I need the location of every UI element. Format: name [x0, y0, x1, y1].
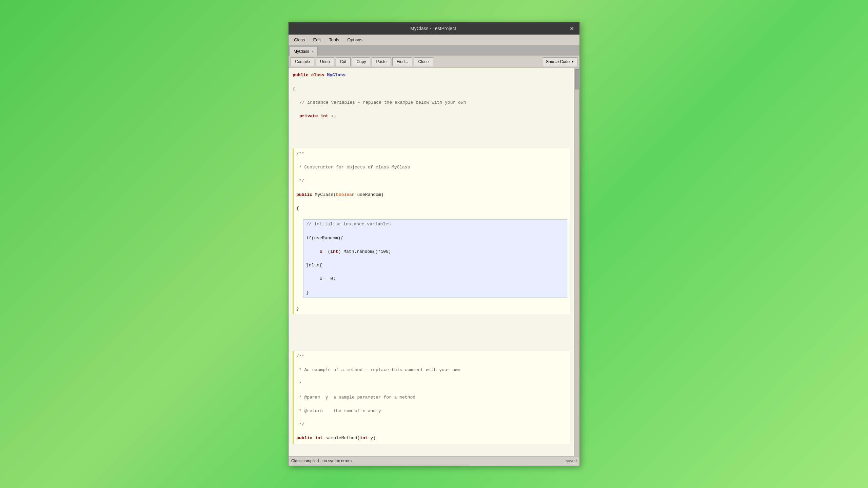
constructor-block: /** * Constructor for objects of class M… [293, 148, 570, 314]
compile-button[interactable]: Compile [291, 57, 314, 66]
code-editor[interactable]: public class MyClass { // instance varia… [289, 70, 574, 453]
code-container: public class MyClass { // instance varia… [289, 68, 579, 456]
statusbar: Class compiled - no syntax errors saved [289, 456, 579, 466]
tab-close-button[interactable]: × [311, 49, 314, 54]
tab-myclass[interactable]: MyClass × [290, 47, 318, 56]
copy-button[interactable]: Copy [352, 57, 370, 66]
dropdown-label: Source Code [546, 59, 570, 64]
close-button[interactable]: Close [414, 57, 433, 66]
method-block: /** * An example of a method - replace t… [293, 351, 570, 444]
status-text: Class compiled - no syntax errors [291, 459, 352, 463]
menubar: Class Edit Tools Options [289, 35, 579, 45]
dropdown-arrow-icon: ▼ [571, 60, 574, 63]
scrollbar-thumb[interactable] [575, 69, 579, 89]
toolbar: Compile Undo Cut Copy Paste Find... Clos… [289, 56, 579, 68]
window-close-button[interactable]: ✕ [568, 25, 576, 33]
tab-label: MyClass [294, 49, 309, 54]
menu-options[interactable]: Options [343, 36, 367, 44]
source-code-dropdown[interactable]: Source Code ▼ [543, 57, 577, 66]
window-title: MyClass - TestProject [299, 26, 568, 31]
menu-edit[interactable]: Edit [309, 36, 325, 44]
paste-button[interactable]: Paste [372, 57, 391, 66]
tabbar: MyClass × [289, 45, 579, 56]
menu-class[interactable]: Class [290, 36, 309, 44]
saved-indicator: saved [566, 459, 577, 463]
menu-tools[interactable]: Tools [325, 36, 343, 44]
code-scroll-area[interactable]: public class MyClass { // instance varia… [289, 68, 574, 456]
find-button[interactable]: Find... [392, 57, 412, 66]
cut-button[interactable]: Cut [336, 57, 351, 66]
vertical-scrollbar[interactable] [574, 68, 579, 456]
main-window: MyClass - TestProject ✕ Class Edit Tools… [288, 22, 580, 466]
if-block: // initialise instance variables if(useR… [303, 219, 567, 298]
undo-button[interactable]: Undo [316, 57, 334, 66]
titlebar: MyClass - TestProject ✕ [289, 22, 579, 35]
